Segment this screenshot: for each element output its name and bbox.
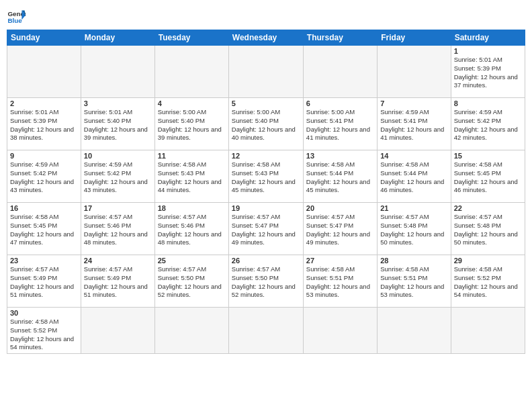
calendar-day-cell: 3Sunrise: 5:01 AM Sunset: 5:40 PM Daylig…	[81, 98, 154, 150]
calendar-day-cell: 17Sunrise: 4:57 AM Sunset: 5:46 PM Dayli…	[81, 203, 154, 255]
day-number: 6	[306, 99, 374, 107]
day-info: Sunrise: 4:58 AM Sunset: 5:44 PM Dayligh…	[306, 161, 374, 195]
day-info: Sunrise: 4:58 AM Sunset: 5:43 PM Dayligh…	[232, 161, 300, 195]
calendar-day-cell: 6Sunrise: 5:00 AM Sunset: 5:41 PM Daylig…	[303, 98, 377, 150]
calendar-day-cell: 12Sunrise: 4:58 AM Sunset: 5:43 PM Dayli…	[228, 150, 303, 203]
day-number: 1	[454, 47, 522, 55]
day-number: 8	[454, 99, 522, 107]
calendar-day-cell: 10Sunrise: 4:59 AM Sunset: 5:42 PM Dayli…	[81, 150, 154, 203]
day-number: 25	[158, 257, 226, 265]
day-info: Sunrise: 4:59 AM Sunset: 5:42 PM Dayligh…	[10, 161, 78, 195]
calendar-day-cell: 30Sunrise: 4:58 AM Sunset: 5:52 PM Dayli…	[7, 308, 81, 354]
day-number: 11	[158, 152, 226, 160]
day-info: Sunrise: 4:57 AM Sunset: 5:48 PM Dayligh…	[380, 213, 447, 247]
day-info: Sunrise: 4:58 AM Sunset: 5:44 PM Dayligh…	[380, 161, 447, 195]
day-info: Sunrise: 4:59 AM Sunset: 5:42 PM Dayligh…	[84, 161, 152, 195]
day-info: Sunrise: 4:57 AM Sunset: 5:50 PM Dayligh…	[158, 265, 226, 300]
day-number: 15	[454, 152, 522, 160]
day-info: Sunrise: 5:00 AM Sunset: 5:40 PM Dayligh…	[232, 108, 300, 142]
calendar-day-cell: 27Sunrise: 4:58 AM Sunset: 5:51 PM Dayli…	[303, 255, 377, 308]
day-info: Sunrise: 5:01 AM Sunset: 5:39 PM Dayligh…	[454, 56, 522, 90]
day-number: 2	[10, 99, 78, 107]
day-number: 24	[84, 257, 152, 265]
calendar-day-cell: 13Sunrise: 4:58 AM Sunset: 5:44 PM Dayli…	[303, 150, 377, 203]
calendar-day-header: Monday	[81, 30, 154, 46]
day-number: 7	[380, 99, 447, 107]
calendar-day-cell: 18Sunrise: 4:57 AM Sunset: 5:46 PM Dayli…	[154, 203, 228, 255]
calendar-day-cell: 20Sunrise: 4:57 AM Sunset: 5:47 PM Dayli…	[303, 203, 377, 255]
calendar-day-cell: 24Sunrise: 4:57 AM Sunset: 5:49 PM Dayli…	[81, 255, 154, 308]
calendar-day-cell: 22Sunrise: 4:57 AM Sunset: 5:48 PM Dayli…	[451, 203, 525, 255]
calendar-day-cell: 21Sunrise: 4:57 AM Sunset: 5:48 PM Dayli…	[378, 203, 451, 255]
calendar-day-cell: 1Sunrise: 5:01 AM Sunset: 5:39 PM Daylig…	[451, 46, 525, 98]
calendar-day-cell	[81, 308, 154, 354]
day-info: Sunrise: 4:58 AM Sunset: 5:51 PM Dayligh…	[380, 265, 447, 300]
calendar-day-cell: 11Sunrise: 4:58 AM Sunset: 5:43 PM Dayli…	[154, 150, 228, 203]
calendar-day-header: Friday	[378, 30, 451, 46]
calendar-day-cell: 14Sunrise: 4:58 AM Sunset: 5:44 PM Dayli…	[378, 150, 451, 203]
calendar-week-row: 23Sunrise: 4:57 AM Sunset: 5:49 PM Dayli…	[7, 255, 525, 308]
calendar-day-cell	[81, 46, 154, 98]
day-number: 9	[10, 152, 78, 160]
day-info: Sunrise: 4:57 AM Sunset: 5:46 PM Dayligh…	[158, 213, 226, 247]
calendar-day-cell: 16Sunrise: 4:58 AM Sunset: 5:45 PM Dayli…	[7, 203, 81, 255]
day-number: 19	[232, 204, 300, 212]
svg-text:Blue: Blue	[7, 17, 22, 24]
day-info: Sunrise: 5:00 AM Sunset: 5:40 PM Dayligh…	[158, 108, 226, 142]
calendar-day-cell: 28Sunrise: 4:58 AM Sunset: 5:51 PM Dayli…	[378, 255, 451, 308]
calendar-day-cell: 23Sunrise: 4:57 AM Sunset: 5:49 PM Dayli…	[7, 255, 81, 308]
day-info: Sunrise: 4:59 AM Sunset: 5:41 PM Dayligh…	[380, 108, 447, 142]
calendar-day-cell: 9Sunrise: 4:59 AM Sunset: 5:42 PM Daylig…	[7, 150, 81, 203]
day-number: 18	[158, 204, 226, 212]
day-number: 13	[306, 152, 374, 160]
day-info: Sunrise: 4:57 AM Sunset: 5:46 PM Dayligh…	[84, 213, 152, 247]
day-number: 14	[380, 152, 447, 160]
calendar-day-header: Tuesday	[154, 30, 228, 46]
day-number: 5	[232, 99, 300, 107]
day-info: Sunrise: 4:57 AM Sunset: 5:49 PM Dayligh…	[10, 265, 78, 300]
day-info: Sunrise: 4:59 AM Sunset: 5:42 PM Dayligh…	[454, 108, 522, 142]
calendar-week-row: 2Sunrise: 5:01 AM Sunset: 5:39 PM Daylig…	[7, 98, 525, 150]
day-number: 17	[84, 204, 152, 212]
day-number: 29	[454, 257, 522, 265]
calendar-week-row: 1Sunrise: 5:01 AM Sunset: 5:39 PM Daylig…	[7, 46, 525, 98]
day-info: Sunrise: 4:58 AM Sunset: 5:51 PM Dayligh…	[306, 265, 374, 300]
calendar-day-cell	[154, 308, 228, 354]
calendar-table: SundayMondayTuesdayWednesdayThursdayFrid…	[7, 30, 525, 354]
day-info: Sunrise: 4:58 AM Sunset: 5:45 PM Dayligh…	[454, 161, 522, 195]
calendar-day-cell	[228, 308, 303, 354]
calendar-day-cell: 19Sunrise: 4:57 AM Sunset: 5:47 PM Dayli…	[228, 203, 303, 255]
calendar-week-row: 30Sunrise: 4:58 AM Sunset: 5:52 PM Dayli…	[7, 308, 525, 354]
day-number: 28	[380, 257, 447, 265]
calendar-day-cell: 26Sunrise: 4:57 AM Sunset: 5:50 PM Dayli…	[228, 255, 303, 308]
day-number: 27	[306, 257, 374, 265]
calendar-day-cell: 15Sunrise: 4:58 AM Sunset: 5:45 PM Dayli…	[451, 150, 525, 203]
day-info: Sunrise: 4:57 AM Sunset: 5:49 PM Dayligh…	[84, 265, 152, 300]
day-number: 4	[158, 99, 226, 107]
calendar-day-header: Sunday	[7, 30, 81, 46]
calendar-day-cell	[378, 46, 451, 98]
page: General Blue SundayMondayTuesdayWednesda…	[0, 0, 532, 411]
day-info: Sunrise: 4:57 AM Sunset: 5:48 PM Dayligh…	[454, 213, 522, 247]
day-info: Sunrise: 4:58 AM Sunset: 5:52 PM Dayligh…	[10, 318, 78, 352]
day-number: 23	[10, 257, 78, 265]
logo-icon: General Blue	[7, 7, 26, 26]
calendar-day-cell: 4Sunrise: 5:00 AM Sunset: 5:40 PM Daylig…	[154, 98, 228, 150]
calendar-day-header: Saturday	[451, 30, 525, 46]
calendar-day-cell: 5Sunrise: 5:00 AM Sunset: 5:40 PM Daylig…	[228, 98, 303, 150]
calendar-day-cell: 7Sunrise: 4:59 AM Sunset: 5:41 PM Daylig…	[378, 98, 451, 150]
calendar-day-cell: 8Sunrise: 4:59 AM Sunset: 5:42 PM Daylig…	[451, 98, 525, 150]
calendar-day-cell	[303, 46, 377, 98]
day-info: Sunrise: 4:58 AM Sunset: 5:43 PM Dayligh…	[158, 161, 226, 195]
day-number: 3	[84, 99, 152, 107]
day-info: Sunrise: 5:01 AM Sunset: 5:39 PM Dayligh…	[10, 108, 78, 142]
calendar-header-row: SundayMondayTuesdayWednesdayThursdayFrid…	[7, 30, 525, 46]
day-number: 26	[232, 257, 300, 265]
calendar-day-cell	[451, 308, 525, 354]
day-info: Sunrise: 4:57 AM Sunset: 5:47 PM Dayligh…	[232, 213, 300, 247]
day-info: Sunrise: 4:58 AM Sunset: 5:52 PM Dayligh…	[454, 265, 522, 300]
day-info: Sunrise: 4:57 AM Sunset: 5:50 PM Dayligh…	[232, 265, 300, 300]
header: General Blue	[7, 7, 525, 26]
logo: General Blue	[7, 7, 28, 26]
day-number: 30	[10, 309, 78, 317]
